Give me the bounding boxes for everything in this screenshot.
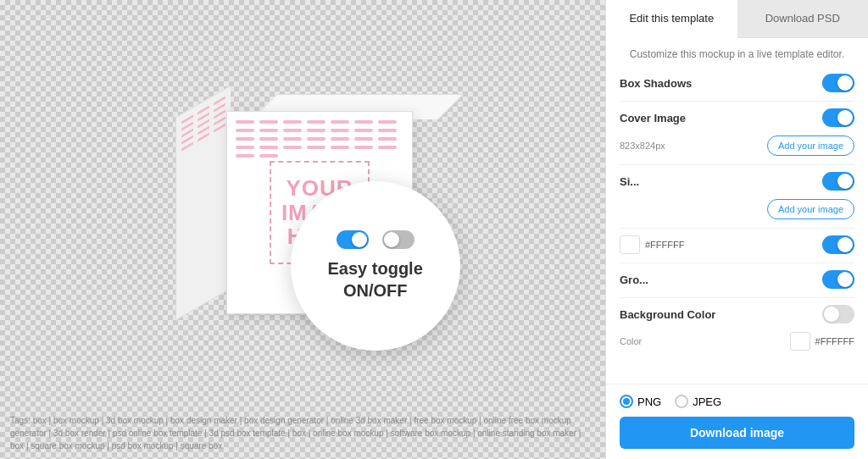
cover-image-label: Cover Image — [620, 112, 686, 124]
panel-subtitle: Customize this mockup in a live template… — [620, 48, 854, 60]
background-color-label: Background Color — [620, 308, 715, 321]
box-shadows-label: Box Shadows — [620, 77, 692, 90]
bg-color-swatch-row: Color #FFFFFF — [620, 332, 854, 351]
format-jpeg[interactable]: JPEG — [675, 395, 721, 408]
right-panel: Edit this template Download PSD Customiz… — [605, 0, 868, 459]
preview-panel: YOURIMAGEHERE ⟶ m ← — [0, 0, 605, 459]
background-color-row: Background Color — [620, 305, 854, 324]
tooltip-toggle-on[interactable] — [337, 230, 369, 249]
color-swatch: #FFFFFF — [620, 235, 684, 254]
toggle-tooltip: Easy toggle ON/OFF — [291, 181, 460, 351]
tooltip-label: Easy toggle ON/OFF — [328, 257, 423, 301]
toggle-tooltip-overlay: Easy toggle ON/OFF — [291, 181, 460, 351]
group-row: Gro... — [620, 270, 854, 289]
format-row: PNG JPEG — [620, 395, 854, 408]
side-image-toggle[interactable] — [822, 172, 854, 191]
tab-edit-template[interactable]: Edit this template — [606, 0, 737, 38]
tooltip-toggles — [337, 230, 415, 249]
side-image-add-row: Add your image — [620, 199, 854, 219]
tabs-bar: Edit this template Download PSD — [606, 0, 868, 38]
color-swatch-box[interactable] — [620, 235, 640, 254]
color-toggle[interactable] — [822, 235, 854, 254]
color-row: #FFFFFF — [620, 235, 854, 254]
panel-body: Customize this mockup in a live template… — [606, 38, 868, 384]
cover-image-add-button[interactable]: Add your image — [767, 135, 854, 156]
group-label: Gro... — [620, 274, 648, 286]
png-radio[interactable] — [620, 395, 633, 408]
color-swatch-label: #FFFFFF — [645, 240, 684, 250]
jpeg-radio[interactable] — [675, 395, 688, 408]
tags-area: Tags: box | box mockup | 3d box mockup |… — [10, 414, 595, 452]
bg-color-swatch: #FFFFFF — [790, 332, 854, 351]
box-shadows-row: Box Shadows — [620, 74, 854, 92]
tooltip-toggle-off[interactable] — [382, 230, 415, 249]
box-side — [175, 86, 231, 321]
side-image-add-button[interactable]: Add your image — [767, 199, 854, 219]
cover-image-size-row: 823x824px Add your image — [620, 135, 854, 156]
tags-text: Tags: box | box mockup | 3d box mockup |… — [10, 416, 581, 451]
group-toggle[interactable] — [822, 270, 854, 289]
box-shadows-toggle[interactable] — [822, 74, 854, 92]
bg-color-swatch-box[interactable] — [790, 332, 810, 351]
tab-download-psd[interactable]: Download PSD — [737, 0, 869, 37]
download-button[interactable]: Download image — [620, 417, 854, 449]
bg-color-value: #FFFFFF — [815, 336, 854, 346]
side-image-row: Si... — [620, 172, 854, 191]
background-color-toggle[interactable] — [822, 305, 854, 324]
format-png[interactable]: PNG — [620, 395, 661, 408]
cover-image-row: Cover Image — [620, 108, 854, 127]
download-area: PNG JPEG Download image — [606, 384, 868, 459]
side-image-label: Si... — [620, 175, 639, 188]
cover-image-size: 823x824px — [620, 141, 665, 151]
bg-color-label-text: Color — [620, 336, 642, 346]
cover-image-toggle[interactable] — [822, 108, 854, 127]
